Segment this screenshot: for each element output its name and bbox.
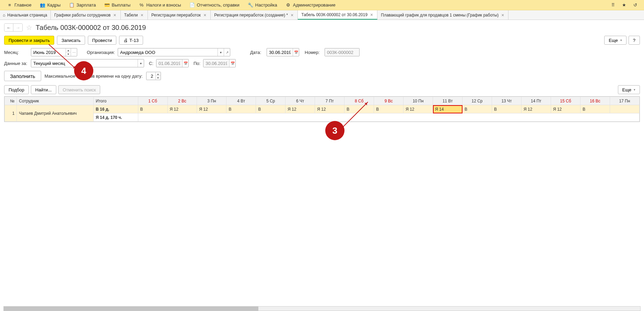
cell-day[interactable]: Я 12 xyxy=(315,105,344,113)
calendar-icon[interactable]: 📅 xyxy=(293,48,299,56)
datafor-dropdown-icon[interactable]: ▾ xyxy=(138,59,144,67)
cell-employee[interactable]: Чапаев Дмитрий Анатольевич xyxy=(17,105,94,122)
hamburger-icon: ≡ xyxy=(7,2,12,8)
menu-salary[interactable]: 📋Зарплата xyxy=(65,0,100,10)
menu-payments[interactable]: 💳Выплаты xyxy=(100,0,135,10)
max-types-field[interactable]: ▲▼ xyxy=(146,72,161,80)
cell-day[interactable]: В xyxy=(492,105,522,113)
back-button[interactable]: ← xyxy=(4,24,13,31)
cell-day[interactable]: В xyxy=(226,105,256,113)
menu-reports[interactable]: 📄Отчетность, справки xyxy=(185,0,244,10)
org-input[interactable] xyxy=(118,48,218,56)
col-day-11[interactable]: 11 Вт xyxy=(433,97,462,105)
tab-overtime-list[interactable]: Регистрации переработок× xyxy=(148,10,211,20)
col-day-16[interactable]: 16 Вс xyxy=(580,97,610,105)
tab-timesheets[interactable]: Табели× xyxy=(121,10,148,20)
col-num[interactable]: № xyxy=(5,97,17,105)
podbor-button[interactable]: Подбор xyxy=(4,85,29,94)
cell-total-1[interactable]: В 16 д. xyxy=(94,105,138,113)
cell-day[interactable]: Я 12 xyxy=(285,105,315,113)
month-picker-icon[interactable]: ⋯ xyxy=(71,48,77,56)
cell-day[interactable]: Я 12 xyxy=(551,105,580,113)
cell-day[interactable]: Я 12 xyxy=(521,105,551,113)
save-button[interactable]: Записать xyxy=(57,36,85,45)
date-label: Дата: xyxy=(250,50,264,55)
step-up-icon[interactable]: ▲ xyxy=(156,72,161,76)
tab-schedules[interactable]: Графики работы сотрудников× xyxy=(51,10,120,20)
menu-main[interactable]: ≡Главное xyxy=(3,0,36,10)
post-button[interactable]: Провести xyxy=(88,36,117,45)
cell-day[interactable]: В xyxy=(344,105,374,113)
star-icon[interactable]: ★ xyxy=(621,2,628,9)
tab-float-schedule[interactable]: Плавающий график для продавцов 1 смены (… xyxy=(377,10,508,20)
col-day-2[interactable]: 2 Вс xyxy=(167,97,197,105)
favorite-star-icon[interactable]: ☆ xyxy=(26,23,32,32)
col-day-13[interactable]: 13 Чт xyxy=(492,97,522,105)
cell-day[interactable]: Я 12 xyxy=(403,105,433,113)
to-label: По: xyxy=(194,61,200,66)
month-down-icon[interactable]: ▼ xyxy=(66,52,71,56)
cell-day[interactable]: В xyxy=(138,105,167,113)
col-day-17[interactable]: 17 Пн xyxy=(610,97,639,105)
col-day-7[interactable]: 7 Пт xyxy=(315,97,344,105)
menu-settings[interactable]: 🔧Настройка xyxy=(244,0,281,10)
forward-button[interactable]: → xyxy=(13,24,22,31)
close-icon[interactable]: × xyxy=(370,12,374,18)
tab-home[interactable]: ⌂Начальная страница xyxy=(0,10,51,20)
step-down-icon[interactable]: ▼ xyxy=(156,76,161,80)
more-button[interactable]: Еще xyxy=(604,36,626,45)
cell-day[interactable] xyxy=(610,105,639,113)
fill-button[interactable]: Заполнить xyxy=(4,71,41,81)
org-dropdown-icon[interactable]: ▾ xyxy=(218,48,224,56)
page-title: Табель 003К-000002 от 30.06.2019 xyxy=(36,24,146,32)
cell-day-highlighted[interactable]: Я 14 xyxy=(433,105,462,113)
tab-overtime-new[interactable]: Регистрация переработок (создание) *× xyxy=(211,10,298,20)
cancel-search-button[interactable]: Отменить поиск xyxy=(58,85,101,94)
org-field[interactable]: ▾ ↗ xyxy=(118,48,230,56)
tab-timesheet-current[interactable]: Табель 003К-000002 от 30.06.2019× xyxy=(298,10,377,20)
col-day-15[interactable]: 15 Сб xyxy=(551,97,580,105)
table-row[interactable]: 1 Чапаев Дмитрий Анатольевич В 16 д. В Я… xyxy=(5,105,640,113)
close-icon[interactable]: × xyxy=(140,12,144,18)
post-and-close-button[interactable]: Провести и закрыть xyxy=(4,36,54,45)
col-day-5[interactable]: 5 Ср xyxy=(256,97,285,105)
cell-day[interactable]: Я 12 xyxy=(197,105,226,113)
max-types-input[interactable] xyxy=(147,72,155,80)
close-icon[interactable]: × xyxy=(203,12,207,18)
col-day-6[interactable]: 6 Чт xyxy=(285,97,315,105)
col-day-4[interactable]: 4 Вт xyxy=(226,97,256,105)
col-employee[interactable]: Сотрудник xyxy=(17,97,94,105)
cell-num[interactable]: 1 xyxy=(5,105,17,122)
col-day-9[interactable]: 9 Вс xyxy=(374,97,403,105)
menu-admin[interactable]: ⚙Администрирование xyxy=(281,0,340,10)
col-total[interactable]: Итого xyxy=(94,97,138,105)
history-icon[interactable]: ↺ xyxy=(632,2,639,9)
menu-taxes[interactable]: %Налоги и взносы xyxy=(134,0,185,10)
col-day-8[interactable]: 8 Сб xyxy=(344,97,374,105)
close-icon[interactable]: × xyxy=(501,12,505,18)
table-more-button[interactable]: Еще xyxy=(618,85,640,94)
cell-day[interactable]: В xyxy=(256,105,285,113)
t13-print-button[interactable]: 🖨Т-13 xyxy=(119,36,143,45)
find-button[interactable]: Найти... xyxy=(31,85,56,94)
month-up-icon[interactable]: ▲ xyxy=(66,48,71,52)
apps-icon[interactable]: ⠿ xyxy=(610,2,617,9)
cell-total-2[interactable]: Я 14 д. 170 ч. xyxy=(94,113,138,122)
date-field[interactable]: 📅 xyxy=(267,48,299,56)
cell-day[interactable]: В xyxy=(374,105,403,113)
col-day-10[interactable]: 10 Пн xyxy=(403,97,433,105)
cell-day[interactable]: Я 12 xyxy=(167,105,197,113)
nav-buttons: ← → xyxy=(4,23,23,32)
menu-hr[interactable]: 👥Кадры xyxy=(36,0,65,10)
col-day-3[interactable]: 3 Пн xyxy=(197,97,226,105)
date-input[interactable] xyxy=(267,48,293,56)
org-open-icon[interactable]: ↗ xyxy=(224,48,230,56)
col-day-12[interactable]: 12 Ср xyxy=(462,97,492,105)
close-icon[interactable]: × xyxy=(290,12,294,18)
col-day-1[interactable]: 1 Сб xyxy=(138,97,167,105)
close-icon[interactable]: × xyxy=(113,12,117,18)
cell-day[interactable]: В xyxy=(580,105,610,113)
col-day-14[interactable]: 14 Пт xyxy=(521,97,551,105)
cell-day[interactable]: В xyxy=(462,105,492,113)
help-button[interactable]: ? xyxy=(629,36,640,45)
